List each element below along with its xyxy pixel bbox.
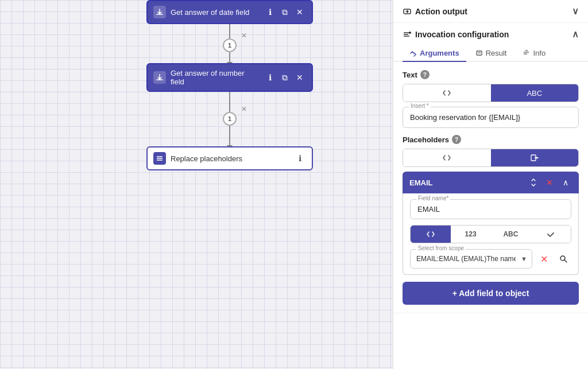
type-code-btn[interactable] (411, 226, 451, 243)
node-number-copy-btn[interactable]: ⧉ (278, 71, 291, 84)
download-icon (153, 6, 166, 18)
insert-input[interactable] (403, 107, 578, 127)
node-number-label: Get answer of number field (171, 69, 259, 86)
panel-body: Text ? ABC Insert * (393, 62, 588, 313)
tab-info[interactable]: Info (516, 45, 552, 62)
placeholder-collapse-btn[interactable]: ∧ (559, 176, 572, 189)
scope-search-btn[interactable] (555, 251, 571, 267)
svg-line-22 (564, 260, 567, 262)
action-output-section: Action output ∨ (393, 0, 588, 23)
list-icon (153, 152, 166, 165)
tab-arguments[interactable]: Arguments (403, 45, 466, 62)
invocation-tabs: Arguments Result Info (393, 45, 588, 62)
field-name-label: Field name* (416, 195, 450, 201)
placeholders-toggle-group (403, 149, 579, 167)
node-replace-actions: ℹ (293, 152, 306, 165)
placeholders-code-toggle[interactable] (403, 149, 491, 166)
invocation-icon (403, 30, 412, 39)
invocation-chevron[interactable]: ∧ (572, 29, 579, 40)
invocation-header: Invocation configuration ∧ (393, 23, 588, 45)
action-output-header: Action output ∨ (393, 0, 588, 22)
check-icon (547, 230, 555, 238)
type-123-btn[interactable]: 123 (451, 226, 491, 243)
node-date-info-btn[interactable]: ℹ (264, 6, 276, 18)
text-code-toggle[interactable] (403, 84, 491, 102)
node-replace-placeholders[interactable]: Replace placeholders ℹ (146, 146, 313, 170)
tab-result[interactable]: Result (469, 45, 514, 62)
field-name-input[interactable] (411, 200, 571, 219)
placeholder-sort-btn[interactable] (527, 176, 540, 189)
add-field-btn[interactable]: + Add field to object (403, 282, 579, 305)
scope-clear-btn[interactable]: ✕ (536, 251, 552, 267)
type-toggle-group: 123 ABC (410, 225, 571, 243)
import-icon (530, 153, 539, 162)
email-placeholder-row: EMAIL ✕ ∧ (403, 172, 579, 193)
node-replace-info-btn[interactable]: ℹ (293, 152, 306, 165)
insert-field-wrap: Insert * (403, 107, 579, 128)
download-icon-2 (153, 71, 166, 84)
info-tab-icon (523, 49, 530, 57)
placeholder-code-icon (442, 153, 451, 162)
action-output-icon (403, 7, 412, 16)
node-date-actions: ℹ ⧉ ✕ (264, 6, 306, 18)
scope-select-label: Select from scope (416, 245, 466, 251)
type-code-icon (426, 230, 435, 239)
node-date-field[interactable]: Get answer of date field ℹ ⧉ ✕ (146, 0, 313, 24)
placeholder-delete-btn[interactable]: ✕ (543, 176, 556, 189)
connector-arrows (0, 0, 393, 369)
node-date-label: Get answer of date field (171, 8, 259, 17)
text-help-icon[interactable]: ? (420, 70, 430, 79)
node-number-close-btn[interactable]: ✕ (293, 71, 306, 84)
placeholders-label: Placeholders ? (403, 135, 579, 144)
code-icon (442, 88, 451, 98)
svg-point-13 (409, 32, 411, 34)
arguments-tab-icon (409, 49, 417, 57)
scope-select[interactable]: EMAIL:EMAIL (EMAIL)The name of the vari.… (411, 250, 532, 268)
node-replace-label: Replace placeholders (171, 154, 289, 163)
node-date-copy-btn[interactable]: ⧉ (278, 6, 291, 18)
connector-1-close[interactable]: ✕ (241, 32, 247, 40)
invocation-section: Invocation configuration ∧ Arguments Res… (393, 23, 588, 313)
email-placeholder-fields: Field name* 123 ABC (403, 193, 579, 275)
placeholders-import-toggle[interactable] (491, 149, 579, 166)
sort-icon (529, 178, 537, 187)
action-output-chevron[interactable]: ∨ (572, 6, 579, 17)
type-abc-btn[interactable]: ABC (491, 226, 531, 243)
connector-2-close[interactable]: ✕ (241, 105, 247, 113)
result-tab-icon (475, 49, 483, 57)
scope-row: Select from scope EMAIL:EMAIL (EMAIL)The… (410, 249, 571, 269)
node-date-close-btn[interactable]: ✕ (293, 6, 306, 18)
text-toggle-group: ABC (403, 84, 579, 102)
node-number-actions: ℹ ⧉ ✕ (264, 71, 306, 84)
connector-2[interactable]: 1 (223, 112, 237, 126)
connector-1[interactable]: 1 (223, 38, 237, 52)
text-abc-toggle[interactable]: ABC (491, 84, 579, 102)
field-name-wrap: Field name* (410, 199, 571, 219)
node-number-field[interactable]: Get answer of number field ℹ ⧉ ✕ (146, 63, 313, 92)
search-icon (559, 254, 568, 263)
workflow-canvas[interactable]: Get answer of date field ℹ ⧉ ✕ 1 ✕ Get a… (0, 0, 393, 369)
placeholders-help-icon[interactable]: ? (452, 135, 461, 144)
node-number-info-btn[interactable]: ℹ (264, 71, 276, 84)
text-field-label: Text ? (403, 70, 579, 79)
placeholder-row-actions: ✕ ∧ (527, 176, 572, 189)
scope-select-wrap: Select from scope EMAIL:EMAIL (EMAIL)The… (410, 249, 532, 269)
type-check-btn[interactable] (531, 226, 571, 243)
right-panel: Action output ∨ Invocation configuration… (393, 0, 588, 369)
insert-label: Insert * (409, 103, 431, 109)
